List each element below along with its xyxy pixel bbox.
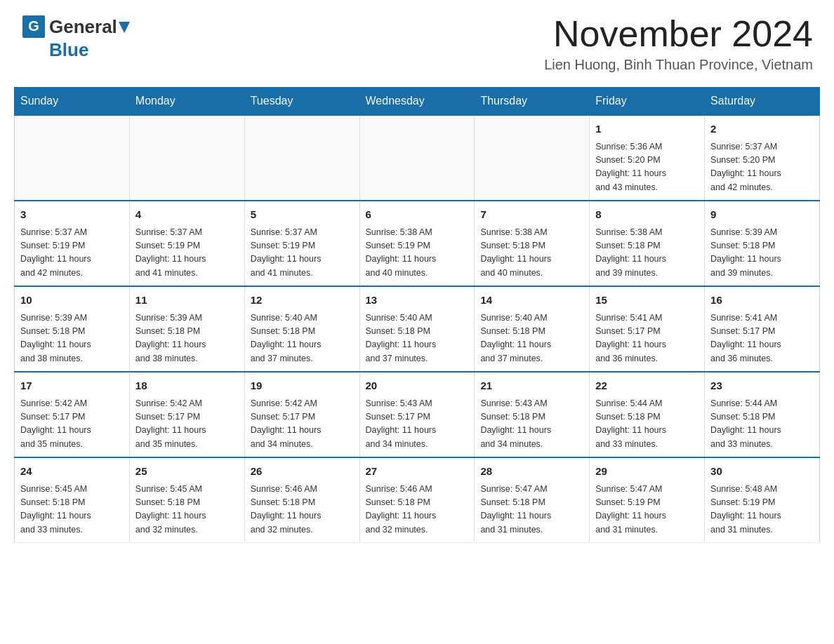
day-info: Sunrise: 5:46 AM Sunset: 5:18 PM Dayligh…: [366, 483, 469, 537]
day-info: Sunrise: 5:39 AM Sunset: 5:18 PM Dayligh…: [135, 311, 239, 366]
day-info: Sunrise: 5:40 AM Sunset: 5:18 PM Dayligh…: [251, 311, 354, 366]
calendar-cell: 19Sunrise: 5:42 AM Sunset: 5:17 PM Dayli…: [244, 372, 359, 457]
day-number: 29: [595, 464, 699, 480]
day-info: Sunrise: 5:47 AM Sunset: 5:18 PM Dayligh…: [480, 483, 583, 537]
svg-marker-2: [119, 22, 130, 33]
day-number: 28: [480, 464, 583, 480]
calendar-cell: 12Sunrise: 5:40 AM Sunset: 5:18 PM Dayli…: [244, 286, 359, 372]
header-sunday: Sunday: [15, 88, 130, 116]
day-number: 6: [366, 207, 469, 223]
day-info: Sunrise: 5:40 AM Sunset: 5:18 PM Dayligh…: [366, 311, 469, 366]
calendar-cell: 25Sunrise: 5:45 AM Sunset: 5:18 PM Dayli…: [129, 457, 244, 543]
day-number: 8: [595, 207, 699, 223]
week-row-5: 24Sunrise: 5:45 AM Sunset: 5:18 PM Dayli…: [15, 457, 820, 543]
header-tuesday: Tuesday: [244, 88, 359, 116]
header-saturday: Saturday: [705, 88, 820, 116]
day-number: 15: [595, 293, 699, 309]
day-info: Sunrise: 5:37 AM Sunset: 5:19 PM Dayligh…: [251, 226, 354, 281]
calendar-cell: 9Sunrise: 5:39 AM Sunset: 5:18 PM Daylig…: [705, 201, 820, 286]
day-number: 3: [20, 207, 124, 223]
day-info: Sunrise: 5:43 AM Sunset: 5:17 PM Dayligh…: [366, 397, 469, 452]
day-number: 19: [251, 378, 354, 394]
day-number: 2: [710, 121, 814, 137]
day-info: Sunrise: 5:37 AM Sunset: 5:19 PM Dayligh…: [135, 226, 239, 281]
day-info: Sunrise: 5:44 AM Sunset: 5:18 PM Dayligh…: [595, 397, 699, 452]
day-number: 24: [20, 464, 124, 480]
day-number: 23: [710, 378, 814, 394]
calendar-cell: 16Sunrise: 5:41 AM Sunset: 5:17 PM Dayli…: [705, 286, 820, 372]
calendar-cell: 26Sunrise: 5:46 AM Sunset: 5:18 PM Dayli…: [244, 457, 359, 543]
day-number: 14: [480, 293, 583, 309]
calendar-cell: 3Sunrise: 5:37 AM Sunset: 5:19 PM Daylig…: [15, 201, 130, 286]
calendar-cell: 15Sunrise: 5:41 AM Sunset: 5:17 PM Dayli…: [590, 286, 705, 372]
calendar-cell: 2Sunrise: 5:37 AM Sunset: 5:20 PM Daylig…: [705, 115, 820, 201]
week-row-2: 3Sunrise: 5:37 AM Sunset: 5:19 PM Daylig…: [15, 201, 820, 286]
calendar-cell: 6Sunrise: 5:38 AM Sunset: 5:19 PM Daylig…: [359, 201, 475, 286]
page-subtitle: Lien Huong, Binh Thuan Province, Vietnam: [544, 57, 813, 73]
logo-triangle-icon: [119, 22, 130, 33]
day-info: Sunrise: 5:42 AM Sunset: 5:17 PM Dayligh…: [135, 397, 239, 452]
day-info: Sunrise: 5:39 AM Sunset: 5:18 PM Dayligh…: [20, 311, 124, 366]
week-row-4: 17Sunrise: 5:42 AM Sunset: 5:17 PM Dayli…: [15, 372, 820, 457]
day-info: Sunrise: 5:39 AM Sunset: 5:18 PM Dayligh…: [710, 226, 814, 281]
logo-blue-text: Blue: [49, 39, 88, 60]
day-info: Sunrise: 5:47 AM Sunset: 5:19 PM Dayligh…: [595, 483, 699, 537]
calendar-cell: 22Sunrise: 5:44 AM Sunset: 5:18 PM Dayli…: [590, 372, 705, 457]
day-number: 1: [595, 121, 699, 137]
calendar-cell: 24Sunrise: 5:45 AM Sunset: 5:18 PM Dayli…: [15, 457, 130, 543]
day-info: Sunrise: 5:37 AM Sunset: 5:20 PM Dayligh…: [710, 140, 814, 195]
day-info: Sunrise: 5:41 AM Sunset: 5:17 PM Dayligh…: [595, 311, 699, 366]
calendar-cell: 29Sunrise: 5:47 AM Sunset: 5:19 PM Dayli…: [590, 457, 705, 543]
day-number: 22: [595, 378, 699, 394]
calendar-cell: 1Sunrise: 5:36 AM Sunset: 5:20 PM Daylig…: [590, 115, 705, 201]
day-number: 18: [135, 378, 239, 394]
calendar-cell: 5Sunrise: 5:37 AM Sunset: 5:19 PM Daylig…: [244, 201, 359, 286]
day-number: 27: [366, 464, 469, 480]
page-header: G General Blue November 2024 Lien Huong,…: [0, 0, 834, 80]
day-info: Sunrise: 5:42 AM Sunset: 5:17 PM Dayligh…: [251, 397, 354, 452]
calendar-cell: 11Sunrise: 5:39 AM Sunset: 5:18 PM Dayli…: [129, 286, 244, 372]
day-info: Sunrise: 5:38 AM Sunset: 5:18 PM Dayligh…: [595, 226, 699, 281]
calendar-cell: 28Sunrise: 5:47 AM Sunset: 5:18 PM Dayli…: [475, 457, 590, 543]
week-row-3: 10Sunrise: 5:39 AM Sunset: 5:18 PM Dayli…: [15, 286, 820, 372]
calendar-cell: [15, 115, 130, 201]
calendar-cell: 8Sunrise: 5:38 AM Sunset: 5:18 PM Daylig…: [590, 201, 705, 286]
day-number: 16: [710, 293, 814, 309]
day-number: 12: [251, 293, 354, 309]
day-number: 5: [251, 207, 354, 223]
day-info: Sunrise: 5:48 AM Sunset: 5:19 PM Dayligh…: [710, 483, 814, 537]
calendar-header-row: SundayMondayTuesdayWednesdayThursdayFrid…: [15, 88, 820, 116]
day-number: 20: [366, 378, 469, 394]
logo: G General Blue: [21, 14, 130, 61]
day-info: Sunrise: 5:40 AM Sunset: 5:18 PM Dayligh…: [480, 311, 583, 366]
day-info: Sunrise: 5:41 AM Sunset: 5:17 PM Dayligh…: [710, 311, 814, 366]
day-number: 26: [251, 464, 354, 480]
page-title: November 2024: [544, 14, 813, 54]
day-info: Sunrise: 5:46 AM Sunset: 5:18 PM Dayligh…: [251, 483, 354, 537]
day-number: 4: [135, 207, 239, 223]
title-block: November 2024 Lien Huong, Binh Thuan Pro…: [544, 14, 813, 73]
header-wednesday: Wednesday: [359, 88, 475, 116]
calendar-cell: [475, 115, 590, 201]
day-number: 10: [20, 293, 124, 309]
calendar-cell: 23Sunrise: 5:44 AM Sunset: 5:18 PM Dayli…: [705, 372, 820, 457]
logo-icon: G: [21, 14, 46, 39]
calendar-cell: 13Sunrise: 5:40 AM Sunset: 5:18 PM Dayli…: [359, 286, 475, 372]
day-number: 9: [710, 207, 814, 223]
header-monday: Monday: [129, 88, 244, 116]
week-row-1: 1Sunrise: 5:36 AM Sunset: 5:20 PM Daylig…: [15, 115, 820, 201]
day-number: 13: [366, 293, 469, 309]
day-number: 21: [480, 378, 583, 394]
calendar-cell: 21Sunrise: 5:43 AM Sunset: 5:18 PM Dayli…: [475, 372, 590, 457]
day-info: Sunrise: 5:38 AM Sunset: 5:19 PM Dayligh…: [366, 226, 469, 281]
calendar-cell: 17Sunrise: 5:42 AM Sunset: 5:17 PM Dayli…: [15, 372, 130, 457]
calendar-cell: 18Sunrise: 5:42 AM Sunset: 5:17 PM Dayli…: [129, 372, 244, 457]
calendar-body: 1Sunrise: 5:36 AM Sunset: 5:20 PM Daylig…: [15, 115, 820, 543]
calendar-cell: 7Sunrise: 5:38 AM Sunset: 5:18 PM Daylig…: [475, 201, 590, 286]
svg-text:G: G: [28, 18, 39, 34]
day-number: 11: [135, 293, 239, 309]
calendar-cell: 30Sunrise: 5:48 AM Sunset: 5:19 PM Dayli…: [705, 457, 820, 543]
calendar-cell: 20Sunrise: 5:43 AM Sunset: 5:17 PM Dayli…: [359, 372, 475, 457]
header-friday: Friday: [590, 88, 705, 116]
day-info: Sunrise: 5:38 AM Sunset: 5:18 PM Dayligh…: [480, 226, 583, 281]
